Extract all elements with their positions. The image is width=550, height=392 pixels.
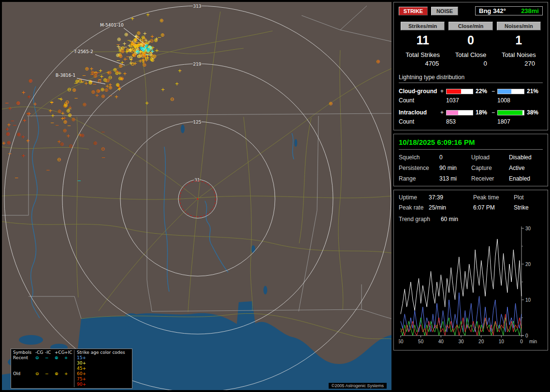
strikes-per-min-chip[interactable]: Strikes/min	[401, 22, 445, 30]
svg-text:⊖: ⊖	[149, 38, 153, 43]
svg-text:−: −	[89, 72, 93, 77]
svg-text:⊕: ⊕	[93, 140, 97, 146]
legend-col-nic: -IC	[45, 350, 55, 355]
ic-count-label: Count	[399, 118, 440, 125]
svg-text:10: 10	[499, 339, 505, 344]
total-noises-label: Total Noises	[495, 51, 543, 58]
cg-neg-sign: −	[492, 88, 497, 95]
age-15: 15+	[77, 355, 92, 361]
svg-text:−: −	[157, 35, 161, 40]
legend-recent-label: Recent	[13, 355, 35, 371]
trend-window-value: 60 min	[441, 216, 458, 223]
svg-text:+: +	[105, 84, 109, 89]
totals-value-row: 4705 0 270	[399, 60, 543, 67]
svg-text:⊖: ⊖	[69, 143, 72, 149]
cg-pos-bar	[446, 89, 473, 94]
svg-text:30: 30	[458, 339, 464, 344]
svg-text:+: +	[118, 70, 122, 76]
recent-nic-symbol: −	[45, 355, 55, 371]
legend-age-old: 60+ 75+ 90+	[74, 371, 130, 387]
svg-text:+: +	[114, 94, 118, 99]
lightning-map[interactable]: 31321912531⊖⊕+⊕++−+−⊖⊕++⊕+⊕⊕−⊖+−−⊕+−⊕⊕⊕−…	[2, 2, 391, 390]
old-pcg-symbol: ⊕	[55, 371, 64, 387]
svg-text:+: +	[27, 94, 30, 99]
close-per-min-chip[interactable]: Close/min	[449, 22, 492, 30]
recent-pic-symbol: +	[64, 355, 74, 371]
trend-graph-label: Trend graph	[399, 216, 430, 223]
cg-neg-bar	[497, 89, 524, 94]
recent-ncg-symbol: ⊖	[35, 355, 45, 371]
svg-text:⊕: ⊕	[68, 112, 72, 118]
svg-text:50: 50	[418, 339, 424, 344]
svg-text:⊕: ⊕	[7, 140, 11, 145]
svg-text:+: +	[66, 133, 70, 139]
range-value: 313 mi	[439, 175, 471, 182]
svg-text:+: +	[161, 87, 165, 92]
strike-indicator[interactable]: STRIKE	[399, 7, 428, 15]
noises-per-min-chip[interactable]: Noises/min	[497, 22, 541, 30]
svg-text:⊖: ⊖	[130, 61, 134, 67]
svg-text:−: −	[77, 178, 81, 183]
map-area[interactable]: 31321912531⊖⊕+⊕++−+−⊖⊕++⊕+⊕⊕−⊖+−−⊕+−⊕⊕⊕−…	[2, 2, 391, 390]
svg-text:+: +	[123, 56, 127, 62]
svg-text:⊕: ⊕	[116, 82, 119, 87]
cg-pos-pct: 22%	[473, 88, 492, 95]
svg-text:−: −	[118, 47, 122, 52]
age-90: 90+	[77, 382, 92, 387]
svg-text:⊕: ⊕	[75, 79, 79, 84]
svg-text:⊖: ⊖	[170, 97, 174, 102]
svg-text:+: +	[178, 68, 182, 73]
svg-text:−: −	[67, 123, 71, 128]
rate-value-row: 11 0 1	[399, 33, 543, 47]
svg-text:⊖: ⊖	[97, 79, 101, 84]
cloud-ground-count-row: Count 1037 1008	[399, 97, 543, 104]
svg-text:⊕: ⊕	[145, 43, 148, 48]
svg-text:+: +	[21, 153, 25, 158]
svg-text:−: −	[116, 42, 120, 47]
svg-text:+: +	[26, 111, 30, 116]
noise-indicator[interactable]: NOISE	[431, 7, 458, 15]
svg-text:+: +	[62, 115, 66, 121]
svg-text:−: −	[14, 175, 18, 181]
svg-text:20: 20	[478, 339, 484, 344]
range-label: Range	[399, 175, 439, 182]
persistence-value: 90 min	[439, 165, 471, 171]
total-close-value: 0	[447, 60, 494, 67]
svg-text:−: −	[101, 129, 105, 135]
rate-chip-row: Strikes/min Close/min Noises/min	[399, 22, 543, 30]
cg-pos-sign: +	[440, 88, 446, 95]
svg-text:40: 40	[438, 339, 444, 344]
trend-panel: Uptime 37:39 Peak time Plot Peak rate 25…	[393, 190, 548, 350]
svg-text:31: 31	[194, 178, 200, 182]
svg-text:0: 0	[525, 333, 528, 338]
svg-text:⊕: ⊕	[101, 94, 105, 99]
legend-old-label: Old	[13, 371, 35, 387]
svg-text:⊕: ⊕	[63, 128, 67, 133]
ic-pos-sign: +	[440, 109, 446, 116]
status-panel: 10/18/2025 6:09:16 PM Squelch 0 Upload D…	[393, 134, 548, 186]
svg-text:+: +	[146, 12, 150, 17]
svg-text:−: −	[101, 155, 105, 160]
cloud-ground-label: Cloud-ground	[399, 88, 440, 95]
session-grid: Uptime 37:39 Peak time Plot Peak rate 25…	[399, 194, 543, 211]
svg-text:⊕: ⊕	[80, 133, 84, 138]
svg-text:⊕: ⊕	[103, 77, 107, 83]
svg-text:T-2565-2: T-2565-2	[73, 49, 93, 54]
svg-text:+: +	[150, 49, 154, 54]
svg-text:⊕: ⊕	[118, 54, 122, 59]
cg-pos-count: 1037	[440, 97, 492, 104]
svg-text:⊕: ⊕	[91, 89, 95, 95]
svg-text:⊖: ⊖	[120, 76, 124, 81]
svg-text:⊕: ⊕	[85, 66, 88, 71]
bearing-display: Bng 342° 238mi	[475, 6, 543, 15]
age-30: 30+	[77, 361, 92, 366]
cg-neg-pct: 21%	[524, 88, 543, 95]
svg-text:−: −	[82, 73, 86, 78]
recent-pcg-symbol: ⊕	[55, 355, 64, 371]
svg-text:−: −	[50, 120, 54, 126]
svg-text:−: −	[145, 52, 149, 57]
peak-time-value: 6:07 PM	[473, 204, 514, 211]
svg-text:⊕: ⊕	[16, 132, 20, 137]
svg-text:219: 219	[193, 62, 201, 67]
svg-text:+: +	[155, 48, 159, 53]
